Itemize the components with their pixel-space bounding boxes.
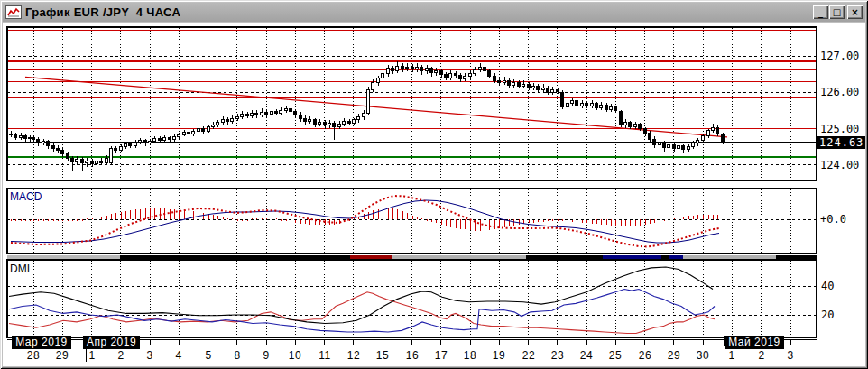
date-label: 5 — [195, 349, 222, 362]
date-label: 29 — [49, 349, 76, 362]
price-axis-label: 125.00 — [820, 123, 859, 135]
window-controls: _ □ × — [812, 5, 863, 19]
dmi-axis-label: 40 — [821, 280, 834, 292]
date-label: 17 — [428, 349, 455, 362]
date-label: 28 — [20, 349, 47, 362]
date-label: 10 — [282, 349, 309, 362]
date-label: 26 — [632, 349, 659, 362]
date-label: 4 — [165, 349, 192, 362]
date-label: 18 — [457, 349, 484, 362]
close-button[interactable]: × — [847, 5, 863, 19]
app-window: График EUR /JPY 4 ЧАСА _ □ × MACD DMI +0… — [0, 0, 868, 369]
date-label: 15 — [369, 349, 396, 362]
titlebar[interactable]: График EUR /JPY 4 ЧАСА _ □ × — [3, 3, 865, 22]
month-badge: Май 2019 — [725, 336, 784, 349]
date-label: 23 — [544, 349, 571, 362]
chart-canvas[interactable] — [0, 0, 868, 369]
date-label: 24 — [573, 349, 600, 362]
dmi-axis-label: 20 — [821, 309, 834, 321]
price-axis-label: 126.00 — [820, 86, 859, 98]
date-label: 3 — [777, 349, 804, 362]
price-axis-label: 127.00 — [820, 50, 859, 62]
date-label: 19 — [485, 349, 512, 362]
date-label: 9 — [253, 349, 280, 362]
date-label: 22 — [515, 349, 542, 362]
date-label: 1 — [718, 349, 745, 362]
month-badge: Апр 2019 — [83, 336, 140, 349]
minimize-button[interactable]: _ — [813, 5, 828, 19]
macd-panel-label: MACD — [10, 190, 42, 203]
date-label: 16 — [399, 349, 426, 362]
date-label: 8 — [224, 349, 251, 362]
date-label: 12 — [340, 349, 367, 362]
macd-zero-label: +0.0 — [820, 213, 846, 226]
date-label: 1 — [78, 349, 106, 362]
date-label: 25 — [602, 349, 629, 362]
month-badge: Мар 2019 — [12, 336, 71, 349]
date-label: 11 — [311, 349, 338, 362]
date-label: 2 — [748, 349, 775, 362]
maximize-button[interactable]: □ — [829, 5, 845, 19]
current-price-badge: 124.63 — [817, 136, 865, 149]
date-label: 29 — [660, 349, 688, 362]
chart-app-icon — [5, 5, 22, 19]
date-label: 30 — [689, 349, 716, 362]
date-label: 3 — [136, 349, 163, 362]
dmi-panel-label: DMI — [10, 263, 30, 275]
price-axis-label: 124.00 — [820, 159, 859, 171]
window-title: График EUR /JPY 4 ЧАСА — [25, 5, 180, 19]
date-label: 2 — [107, 349, 134, 362]
